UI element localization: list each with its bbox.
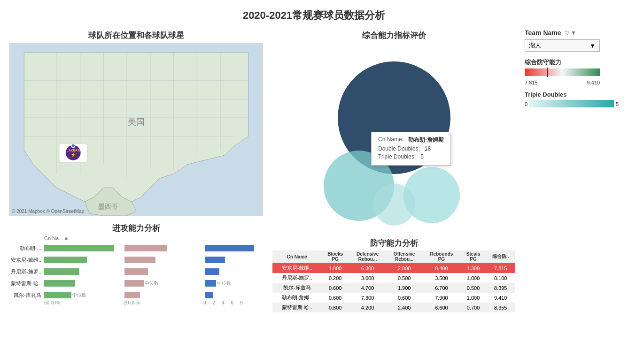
defense-section: 防守能力分析 Cn Name BlocksPG DefensiveRebou..… <box>272 235 515 312</box>
defense-stl-4: 1.000 <box>461 293 486 303</box>
triple-color-bar <box>529 100 614 107</box>
attack-player-4-label: 蒙特雷斯-哈.. <box>9 280 43 287</box>
tooltip-dd-row: Double Doubles: 18 <box>378 145 444 152</box>
defense-dr-1: 6.300 <box>349 263 386 273</box>
attack-bars-3 <box>44 266 263 277</box>
col-header-off-reb: OffensiveRebou... <box>386 250 422 263</box>
col-header-name: Cn Name <box>272 250 321 263</box>
tooltip-dd-label: Double Doubles: <box>378 145 420 152</box>
defense-legend-title: 综合防守能力 <box>525 58 619 67</box>
svg-text:美国: 美国 <box>128 117 145 127</box>
attack-title: 进攻能力分析 <box>9 223 263 234</box>
triple-max-val: 5 <box>616 101 619 107</box>
attack-bars-5: 中位数 <box>44 290 263 300</box>
attack-chart: 勒布朗-... <box>9 243 263 300</box>
tooltip-td-row: Triple Doubles: 5 <box>378 153 444 160</box>
attack-bar-row-2: 安东尼-戴维.. <box>9 255 263 265</box>
team-dropdown[interactable]: 湖人 ▼ <box>525 39 600 52</box>
triple-legend: Triple Doubles 0 5 <box>525 91 619 108</box>
defense-dr-4: 7.300 <box>349 293 386 303</box>
col-header-def-reb: DefensiveRebou... <box>349 250 386 263</box>
defense-blocks-5: 0.800 <box>321 303 349 312</box>
defense-row-4: 勒布朗-詹姆.. 0.600 7.300 0.600 7.900 1.000 9… <box>272 293 515 303</box>
defense-player-5: 蒙特雷斯-哈.. <box>272 303 321 312</box>
defense-blocks-4: 0.600 <box>321 293 349 303</box>
defense-blocks-1: 1.800 <box>321 263 349 273</box>
defense-color-labels: 7.815 9.410 <box>525 80 600 85</box>
attack-bar-row-3: 丹尼斯-施罗.. <box>9 266 263 277</box>
defense-def-4: 9.410 <box>486 293 515 303</box>
defense-blocks-3: 0.600 <box>321 283 349 293</box>
defense-def-2: 8.100 <box>486 273 515 283</box>
defense-def-1: 7.815 <box>486 263 515 273</box>
defense-reb-2: 3.500 <box>422 273 461 283</box>
svg-text:⚡: ⚡ <box>70 152 76 158</box>
svg-point-23 <box>373 183 415 226</box>
defense-def-3: 8.395 <box>486 283 515 293</box>
defense-stl-5: 0.700 <box>461 303 486 312</box>
attack-bars-1 <box>44 243 263 253</box>
tooltip-dd-value: 18 <box>425 145 431 152</box>
attack-bar-row-4: 蒙特雷斯-哈.. 中位数 中位数 <box>9 278 263 288</box>
col-header-blocks: BlocksPG <box>321 250 349 263</box>
defense-blocks-2: 0.200 <box>321 273 349 283</box>
dropdown-arrow-icon: ▼ <box>589 42 596 49</box>
defense-reb-3: 6.700 <box>422 283 461 293</box>
page-title: 2020-2021常规赛球员数据分析 <box>0 0 628 27</box>
defense-or-2: 0.500 <box>386 273 422 283</box>
col-header-rebounds: ReboundsPG <box>422 250 461 263</box>
tooltip-cn-label: Cn Name: <box>378 136 403 144</box>
col-header-steals: StealsPG <box>461 250 486 263</box>
defense-player-2: 丹尼斯-施罗.. <box>272 273 321 283</box>
defense-max-label: 9.410 <box>587 80 600 85</box>
tooltip-td-label: Triple Doubles: <box>378 153 416 160</box>
attack-player-1-label: 勒布朗-... <box>9 245 43 252</box>
attack-section: 进攻能力分析 Cn Na... ≡ 勒布朗-... <box>9 220 263 305</box>
tooltip: Cn Name: 勒布朗-詹姆斯 Double Doubles: 18 Trip… <box>371 132 451 166</box>
attack-player-3-label: 丹尼斯-施罗.. <box>9 268 43 275</box>
team-dropdown-value: 湖人 <box>529 41 541 50</box>
filter-icon: ▽ ▼ <box>565 30 576 36</box>
tooltip-cn-value: 勒布朗-詹姆斯 <box>408 136 444 144</box>
filter-title: Team Name <box>525 29 561 37</box>
defense-player-4: 勒布朗-詹姆.. <box>272 293 321 303</box>
map-container: 美国 墨西哥 LAKERS ⚡ © 2021 Mapbox © OpenStre… <box>9 43 263 216</box>
defense-table: Cn Name BlocksPG DefensiveRebou... Offen… <box>272 250 515 312</box>
defense-stl-2: 1.000 <box>461 273 486 283</box>
bubble-section-title: 综合能力指标评价 <box>272 30 515 41</box>
svg-point-19 <box>71 144 75 148</box>
attack-bars-2 <box>44 255 263 265</box>
svg-text:墨西哥: 墨西哥 <box>98 203 118 210</box>
attack-bar-row-1: 勒布朗-... <box>9 243 263 253</box>
attack-chart-header: Cn Na... ≡ <box>44 235 68 241</box>
defense-row-3: 凯尔-库兹马 0.600 4.700 1.900 6.700 0.500 8.3… <box>272 283 515 293</box>
attack-axis: 50.00% 20.00% 0 2 4 6 8 <box>44 300 263 305</box>
defense-dr-3: 4.700 <box>349 283 386 293</box>
map-svg: 美国 墨西哥 LAKERS ⚡ <box>10 43 263 216</box>
attack-player-5-label: 凯尔-库兹马 <box>9 292 43 299</box>
defense-def-5: 8.355 <box>486 303 515 312</box>
svg-text:LAKERS: LAKERS <box>66 149 80 152</box>
right-column: Team Name ▽ ▼ 湖人 ▼ 综合防守能力 7.815 9.410 <box>520 27 623 116</box>
defense-row-2: 丹尼斯-施罗.. 0.200 3.000 0.500 3.500 1.000 8… <box>272 273 515 283</box>
defense-player-1: 安东尼-戴维.. <box>272 263 321 273</box>
defense-reb-5: 6.600 <box>422 303 461 312</box>
defense-stl-1: 1.300 <box>461 263 486 273</box>
map-section-title: 球队所在位置和各球队球星 <box>5 30 268 41</box>
attack-bar-row-5: 凯尔-库兹马 中位数 <box>9 290 263 300</box>
defense-player-3: 凯尔-库兹马 <box>272 283 321 293</box>
map-copyright: © 2021 Mapbox © OpenStreetMap <box>12 209 84 214</box>
left-column: 球队所在位置和各球队球星 <box>5 27 268 312</box>
defense-table-body: 安东尼-戴维.. 1.800 6.300 2.000 8.400 1.300 7… <box>272 263 515 313</box>
defense-reb-4: 7.900 <box>422 293 461 303</box>
attack-bars-4: 中位数 中位数 <box>44 278 263 288</box>
bubble-chart: Cn Name: 勒布朗-詹姆斯 Double Doubles: 18 Trip… <box>272 43 515 235</box>
defense-min-label: 7.815 <box>525 80 538 85</box>
defense-title: 防守能力分析 <box>272 238 515 249</box>
defense-legend: 综合防守能力 7.815 9.410 <box>525 58 619 85</box>
defense-or-1: 2.000 <box>386 263 422 273</box>
defense-row-1: 安东尼-戴维.. 1.800 6.300 2.000 8.400 1.300 7… <box>272 263 515 273</box>
center-column: 综合能力指标评价 Cn Name: 勒布朗-詹姆斯 Doubl <box>268 27 520 312</box>
filter-box: Team Name ▽ ▼ 湖人 ▼ 综合防守能力 7.815 9.410 <box>525 27 619 116</box>
defense-dr-5: 4.200 <box>349 303 386 312</box>
